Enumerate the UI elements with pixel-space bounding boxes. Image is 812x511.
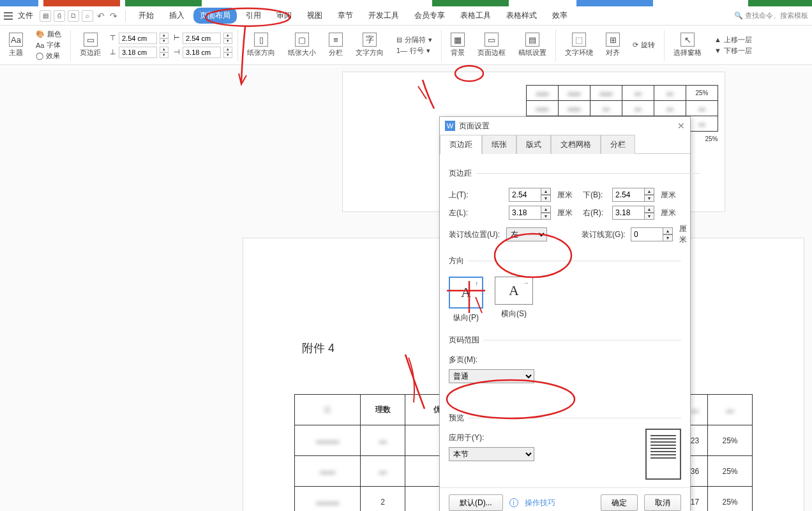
theme-icon: Aa [9,33,23,47]
close-icon[interactable]: ✕ [677,121,685,131]
layer-group: ▲上移一层 ▼下移一层 [710,35,756,56]
selectpane-button[interactable]: ↖选择窗格 [670,33,705,57]
default-button[interactable]: 默认(D)... [449,494,503,511]
tab-sheet2[interactable] [432,0,509,6]
papersize-icon: ▢ [295,33,309,47]
ok-button[interactable]: 确定 [601,494,638,511]
tab-sheet1[interactable] [125,0,202,6]
breaks-button[interactable]: ⊟分隔符▾ [396,35,432,45]
menubar: 文件 ▤ ⎙ 🗋 ⌕ ↶ ↷ 开始 插入 页面布局 引用 审阅 视图 章节 开发… [0,6,812,26]
tab-insert[interactable]: 插入 [163,8,191,24]
tab-efficiency[interactable]: 效率 [546,8,574,24]
right-icon: ⊣ [174,48,180,56]
forward-button[interactable]: ▲上移一层 [714,35,752,45]
menu-icon[interactable] [4,12,13,20]
down-icon: ▼ [714,47,721,54]
tab-table-style[interactable]: 表格样式 [500,8,543,24]
columns-button[interactable]: ≡分栏 [325,33,347,57]
papersize-button[interactable]: ▢纸张大小 [284,33,320,57]
info-icon: i [509,498,518,507]
gridpaper-button[interactable]: ▤稿纸设置 [515,33,550,57]
file-menu[interactable]: 文件 [18,10,33,21]
bottom-margin-input[interactable] [612,188,644,202]
tab-table-tools[interactable]: 表格工具 [454,8,497,24]
tab-view[interactable]: 视图 [301,8,329,24]
tab-section[interactable]: 章节 [331,8,359,24]
undo-icon[interactable]: ↶ [97,11,105,21]
backward-button[interactable]: ▼下移一层 [714,46,752,56]
theme-group[interactable]: Aa主题 [5,33,27,57]
print-icon[interactable]: ⎙ [54,10,65,22]
wrap-button[interactable]: ⬚文字环绕 [561,33,597,57]
tab-docgrid[interactable]: 文档网格 [551,135,601,154]
top-icon: ⊤ [110,34,116,42]
tab-doc[interactable] [43,0,120,6]
bottom-icon: ⊥ [110,48,116,56]
gutter-pos-select[interactable]: 左 [506,227,547,241]
orientation-button[interactable]: ▯纸张方向 [243,33,279,57]
margin-inputs-2: ⊢▴▾ ⊣▴▾ [174,33,232,58]
apply-to-select[interactable]: 本节 [449,447,534,461]
align-icon: ⊞ [606,33,620,47]
window-tabbar [0,0,812,6]
border-icon: ▭ [485,33,499,47]
wrap-icon: ⬚ [572,33,586,47]
portrait-icon: A↑ [449,277,483,309]
preview-icon[interactable]: 🗋 [68,10,79,22]
left-margin-input[interactable] [509,206,541,220]
landscape-option[interactable]: A→ 横向(S) [495,277,533,323]
margins-icon: ▭ [84,33,98,47]
redo-icon[interactable]: ↷ [110,11,117,21]
gutter-width-input[interactable] [631,227,663,241]
columns-icon: ≡ [329,33,343,47]
circle-icon: ◯ [36,52,43,60]
pages-fieldset: 页码范围 多页(M): 普通 [449,335,681,387]
dialog-tabs: 页边距 纸张 版式 文档网格 分栏 [440,135,690,154]
textdir-button[interactable]: 字文字方向 [352,33,387,57]
tab-sheet3[interactable] [748,0,812,6]
tab-start[interactable]: 开始 [132,8,160,24]
right-margin-input[interactable] [612,206,644,220]
margin-right-input[interactable] [183,47,221,58]
tab-page-layout[interactable]: 页面布局 [193,8,237,24]
search-hint[interactable]: 🔍 查找命令、搜索模板 [734,11,808,20]
cancel-button[interactable]: 取消 [644,494,681,511]
margin-bottom-input[interactable] [119,47,157,58]
portrait-option[interactable]: A↑ 纵向(P) [449,277,483,323]
palette-icon: 🎨 [36,30,45,38]
dialog-title-bar[interactable]: W 页面设置 ✕ [440,117,690,135]
tab-layout[interactable]: 版式 [516,135,551,154]
save-icon[interactable]: ▤ [40,10,51,22]
orientation-fieldset: 方向 A↑ 纵向(P) A→ 横向(S) [449,256,681,328]
margin-top-input[interactable] [119,33,157,44]
rotate-group: ⟳旋转 [629,40,659,50]
margin-left-input[interactable] [183,33,221,44]
orient-icon: ▯ [254,33,268,47]
find-icon[interactable]: ⌕ [82,10,93,22]
tab-member[interactable]: 会员专享 [408,8,451,24]
tab-active[interactable] [0,0,38,6]
tab-other[interactable] [576,0,653,6]
multipage-select[interactable]: 普通 [449,369,534,383]
rotate-button[interactable]: ⟳旋转 [633,40,655,50]
tab-margins[interactable]: 页边距 [440,135,482,154]
break-icon: ⊟ [396,36,402,44]
border-button[interactable]: ▭页面边框 [474,33,509,57]
tips-link[interactable]: 操作技巧 [525,498,555,508]
lineno-button[interactable]: 1—行号▾ [396,46,430,56]
margins-button[interactable]: ▭页边距 [76,33,105,57]
background-button[interactable]: ▦背景 [447,33,469,57]
tab-review[interactable]: 审阅 [270,8,298,24]
tab-columns[interactable]: 分栏 [601,135,635,154]
top-margin-input[interactable] [509,188,541,202]
margins-fieldset: 页边距 上(T): ▴▾ 厘米 下(B): ▴▾ 厘米 左(L): ▴▾ 厘米 … [449,168,700,249]
preview-fieldset: 预览 应用于(Y): 本节 [449,413,681,480]
preview-thumbnail [645,429,681,480]
landscape-icon: A→ [495,277,533,305]
ribbon: Aa主题 🎨颜色 Aa字体 ◯效果 ▭页边距 ⊤▴▾ ⊥▴▾ ⊢▴▾ ⊣▴▾ ▯… [0,26,812,65]
tab-references[interactable]: 引用 [239,8,267,24]
tab-devtools[interactable]: 开发工具 [362,8,405,24]
tab-paper[interactable]: 纸张 [482,135,516,154]
align-button[interactable]: ⊞对齐 [602,33,624,57]
margin-inputs: ⊤▴▾ ⊥▴▾ [110,33,169,58]
